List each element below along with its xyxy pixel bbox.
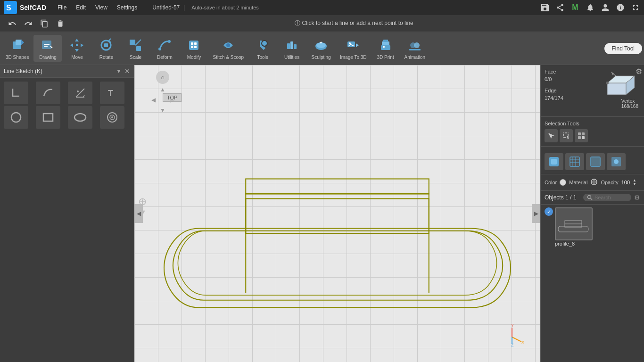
sketch-panel-close[interactable]: ✕ [124, 67, 130, 75]
tool-image-to-3d[interactable]: Image To 3D [336, 35, 371, 62]
svg-rect-76 [582, 132, 585, 135]
undo-button[interactable] [6, 17, 19, 30]
color-material-row: Color Material Opacity 100 ▲ ▼ [545, 178, 640, 187]
tool-stitch-scoop[interactable]: Stitch & Scoop [209, 35, 248, 62]
sketch-tool-rectangle[interactable] [36, 106, 60, 129]
deform-icon [156, 37, 173, 54]
sketch-tool-curve[interactable] [36, 82, 60, 104]
color-swatch[interactable] [560, 179, 566, 186]
tool-move-label: Move [71, 55, 83, 60]
fullscreen-icon[interactable] [631, 3, 640, 12]
edge-value: 174/174 [545, 95, 563, 101]
find-tool-button[interactable]: Find Tool [604, 43, 642, 54]
tool-sculpting-label: Sculpting [312, 55, 331, 60]
select-grid-tool[interactable] [575, 129, 588, 142]
svg-rect-40 [383, 46, 385, 48]
drawing-icon [39, 37, 56, 54]
menu-edit[interactable]: Edit [72, 2, 90, 13]
top-menu-bar: S SelfCAD File Edit View Settings Untitl… [0, 0, 644, 15]
status-message: ⓘ Click to start a line or add a next po… [70, 19, 638, 27]
sketch-tool-angle[interactable] [68, 82, 92, 104]
viewport[interactable]: ⌂ ▲ ◀ ▶ ▼ TOP ◀ ▶ ⊕ ▼ [134, 65, 540, 362]
tool-move[interactable]: Move [63, 35, 91, 62]
search-bar[interactable] [583, 194, 631, 201]
svg-rect-32 [287, 43, 290, 49]
objects-search-input[interactable] [594, 195, 627, 200]
notification-icon[interactable] [586, 3, 595, 12]
svg-point-50 [11, 113, 21, 122]
svg-rect-39 [381, 45, 390, 50]
objects-gear-icon[interactable]: ⚙ [634, 194, 640, 201]
svg-rect-21 [136, 46, 141, 51]
mode-extra[interactable] [607, 153, 626, 170]
svg-marker-14 [75, 49, 79, 52]
save-icon[interactable] [540, 3, 550, 12]
sketch-tool-text[interactable]: T [100, 82, 124, 104]
object-item[interactable]: profile_8 [555, 207, 593, 247]
sketch-tool-spiral[interactable] [100, 106, 124, 129]
tool-animation[interactable]: Animation [401, 35, 429, 62]
share-icon[interactable] [555, 3, 565, 12]
utilities-icon [283, 37, 300, 54]
tool-3d-shapes[interactable]: 3D Shapes [2, 35, 33, 62]
svg-rect-51 [43, 114, 53, 121]
color-label: Color [545, 180, 557, 185]
delete-button[interactable] [54, 17, 67, 30]
menu-settings[interactable]: Settings [113, 2, 141, 13]
menu-view[interactable]: View [91, 2, 111, 13]
svg-point-2 [561, 4, 563, 7]
object-check-icon[interactable]: ✓ [545, 207, 553, 216]
svg-point-24 [168, 40, 171, 43]
opacity-spinner[interactable]: ▲ ▼ [633, 179, 636, 186]
sketch-tool-circle[interactable] [4, 106, 28, 129]
tool-deform[interactable]: Deform [150, 35, 179, 62]
svg-rect-56 [246, 179, 429, 234]
file-title: Untitled-57 [152, 4, 180, 11]
svg-rect-75 [578, 132, 581, 135]
axes-indicator: Y X Z [498, 323, 526, 348]
mode-xray[interactable] [586, 153, 605, 170]
select-vertex-tool[interactable] [545, 129, 558, 142]
tool-rotate[interactable]: Rotate [92, 35, 120, 62]
info-icon[interactable] [616, 3, 625, 12]
tool-sculpting[interactable]: Sculpting [307, 35, 335, 62]
svg-rect-34 [294, 44, 297, 49]
left-panel: Line Sketch (K) ▼ ✕ [0, 65, 134, 362]
svg-rect-27 [194, 42, 197, 45]
sculpting-icon [313, 37, 330, 54]
svg-line-6 [559, 6, 561, 7]
sketch-tool-l-shape[interactable] [4, 82, 28, 104]
right-panel: Face 0/0 Edge 174/174 ⚙ [540, 65, 644, 362]
tool-drawing[interactable]: Drawing [33, 35, 62, 62]
geometry-gear[interactable]: ⚙ [636, 67, 642, 76]
mode-solid[interactable] [545, 153, 563, 170]
svg-rect-45 [409, 49, 421, 50]
tool-modify-label: Modify [187, 55, 201, 60]
svg-rect-78 [582, 136, 585, 139]
select-box-tool[interactable] [560, 129, 573, 142]
material-icon[interactable] [590, 178, 598, 187]
user-icon[interactable] [601, 3, 610, 12]
copy-button[interactable] [38, 17, 51, 30]
opacity-value: 100 [621, 180, 630, 185]
svg-rect-19 [104, 43, 108, 47]
svg-rect-80 [551, 159, 557, 165]
mode-wireframe[interactable] [565, 153, 584, 170]
objects-header: Objects 1 / 1 ⚙ [541, 191, 644, 205]
svg-text:X: X [521, 340, 524, 345]
svg-point-55 [111, 116, 113, 118]
tool-3d-print[interactable]: 3D Print [372, 35, 400, 62]
svg-point-30 [226, 43, 230, 47]
sketch-dropdown-arrow[interactable]: ▼ [116, 68, 122, 74]
tool-tools[interactable]: Tools [248, 35, 277, 62]
menu-file[interactable]: File [54, 2, 70, 13]
tool-utilities[interactable]: Utilities [278, 35, 306, 62]
tool-modify[interactable]: Modify [180, 35, 208, 62]
tool-scale[interactable]: Scale [121, 35, 149, 62]
m-icon[interactable]: M [570, 3, 580, 12]
svg-text:Y: Y [511, 323, 514, 328]
shape-canvas [134, 65, 540, 357]
svg-rect-77 [578, 136, 581, 139]
redo-button[interactable] [22, 17, 35, 30]
sketch-tool-ellipse[interactable] [68, 106, 92, 129]
